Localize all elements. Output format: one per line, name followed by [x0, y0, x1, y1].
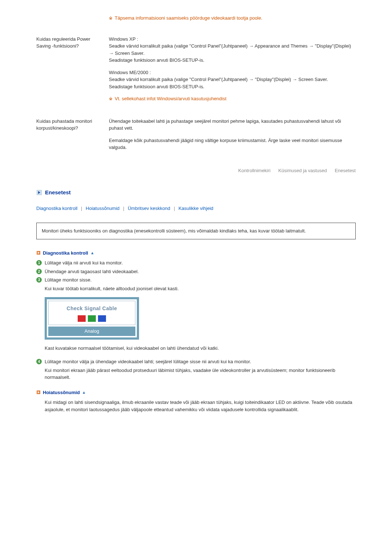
- anchor-links: Diagnostika kontroll | Hoiatussõnumid | …: [36, 205, 356, 212]
- diag-step4: 4 Lülitage monitor välja ja ühendage vid…: [36, 358, 356, 365]
- list-item: 1 Lülitage välja nii arvuti kui ka monit…: [36, 259, 356, 267]
- qa-note: ※ Vt. sellekohast infot Windowsi/arvuti …: [109, 95, 356, 102]
- bullet-icon: [36, 251, 41, 255]
- link-diagnostika[interactable]: Diagnostika kontroll: [36, 206, 77, 211]
- note-text: Vt. sellekohast infot Windowsi/arvuti ka…: [115, 95, 226, 102]
- note-icon: ※: [109, 15, 113, 21]
- diag-heading-text: Diagnostika kontroll: [43, 250, 88, 257]
- qa-answer: Windows XP : Seadke värvid korralikult p…: [109, 36, 356, 108]
- warn-heading-text: Hoiatussõnumid: [43, 389, 80, 396]
- link-keskkond[interactable]: Ümbritsev keskkond: [128, 206, 170, 211]
- qa-answer: Ühendage toitekaabel lahti ja puhastage …: [109, 118, 356, 156]
- note-text: Täpsema informatsiooni saamiseks pöördug…: [115, 15, 262, 22]
- rgb-squares: [51, 315, 133, 322]
- list-item: 2 Ühendage arvuti tagaosast lahti videok…: [36, 268, 356, 275]
- step4-subtext: Kui monitori ekraan jääb pärast eeltoodu…: [45, 367, 356, 381]
- cable-inner: Check Signal Cable: [48, 301, 135, 325]
- answer-block: Eemaldage kõik puhastusvahendi jäägid ni…: [109, 137, 356, 151]
- link-vihjed[interactable]: Kasulikke vihjeid: [179, 206, 213, 211]
- answer-block: Windows ME/2000 : Seadke värvid korralik…: [109, 69, 356, 90]
- qa-row: Kuidas reguleerida Power Saving -funktsi…: [36, 36, 356, 108]
- cable-title: Check Signal Cable: [51, 305, 133, 312]
- green-square: [88, 315, 96, 322]
- answer-block: Windows XP : Seadke värvid korralikult p…: [109, 36, 356, 64]
- tab-kusimused[interactable]: Küsimused ja vastused: [278, 168, 327, 173]
- link-hoiatus[interactable]: Hoiatussõnumid: [86, 206, 119, 211]
- separator: |: [123, 206, 124, 211]
- intro-box: Monitori üheks funktsiooniks on diagnost…: [36, 223, 356, 239]
- step-badge-2: 2: [36, 269, 42, 274]
- separator: |: [174, 206, 175, 211]
- cable-footer: Analog: [48, 327, 135, 336]
- warn-text: Kui midagi on lahti sisendsignaaliga, il…: [45, 399, 356, 413]
- bullet-icon: [36, 390, 41, 394]
- qa-answer: ※ Täpsema informatsiooni saamiseks pöörd…: [109, 15, 356, 27]
- intro-text: Monitori üheks funktsiooniks on diagnost…: [42, 228, 306, 234]
- qa-note: ※ Täpsema informatsiooni saamiseks pöörd…: [109, 15, 356, 22]
- separator: |: [81, 206, 82, 211]
- after-image-text: Kast kuvatakse normaalsel töötamisel, ku…: [45, 345, 356, 352]
- up-arrow-icon[interactable]: ▲: [82, 389, 86, 396]
- up-arrow-icon[interactable]: ▲: [90, 250, 94, 256]
- tab-kontrollnimekiri[interactable]: Kontrollnimekiri: [238, 168, 270, 173]
- arrow-right-icon: [36, 190, 42, 195]
- step-text: Ühendage arvuti tagaosast lahti videokaa…: [45, 268, 139, 275]
- page-tabs: Kontrollnimekiri Küsimused ja vastused E…: [36, 167, 356, 174]
- answer-block: Ühendage toitekaabel lahti ja puhastage …: [109, 118, 356, 132]
- step-text: Lülitage monitor välja ja ühendage video…: [45, 358, 251, 365]
- tab-enesetest[interactable]: Enesetest: [335, 168, 356, 173]
- step-badge-3: 3: [36, 277, 42, 283]
- step-badge-4: 4: [36, 359, 42, 364]
- blue-square: [98, 315, 106, 322]
- step-badge-1: 1: [36, 260, 42, 266]
- qa-row: Kuidas puhastada monitori korpust/kinesk…: [36, 118, 356, 156]
- qa-question: Kuidas puhastada monitori korpust/kinesk…: [36, 118, 109, 156]
- qa-row: ※ Täpsema informatsiooni saamiseks pöörd…: [36, 15, 356, 27]
- diag-heading: Diagnostika kontroll ▲: [36, 250, 356, 257]
- qa-question: Kuidas reguleerida Power Saving -funktsi…: [36, 36, 109, 108]
- qa-question: [36, 15, 109, 27]
- section-title: Enesetest: [45, 189, 71, 197]
- check-signal-cable-box: Check Signal Cable Analog: [45, 297, 139, 340]
- step3-subtext: Kui kuvar töötab korralikult, näete allt…: [45, 285, 356, 292]
- section-heading: Enesetest: [36, 189, 356, 197]
- red-square: [78, 315, 86, 322]
- list-item: 4 Lülitage monitor välja ja ühendage vid…: [36, 358, 356, 365]
- qa-section: ※ Täpsema informatsiooni saamiseks pöörd…: [36, 15, 356, 156]
- warn-heading: Hoiatussõnumid ▲: [36, 389, 356, 396]
- note-icon: ※: [109, 96, 113, 102]
- diag-steps: 1 Lülitage välja nii arvuti kui ka monit…: [36, 259, 356, 284]
- step-text: Lülitage monitor sisse.: [45, 276, 91, 284]
- step-text: Lülitage välja nii arvuti kui ka monitor…: [45, 259, 123, 267]
- list-item: 3 Lülitage monitor sisse.: [36, 276, 356, 284]
